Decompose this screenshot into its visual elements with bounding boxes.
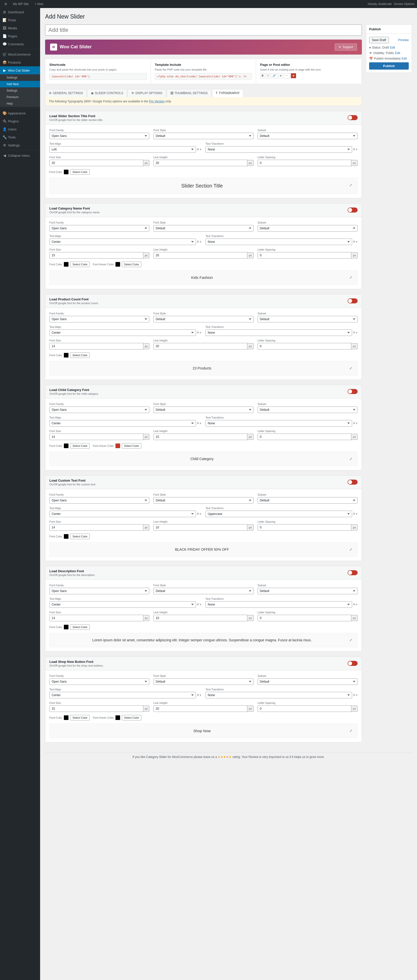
toggle-category[interactable] bbox=[348, 207, 358, 213]
pc-subset-select[interactable]: Default bbox=[257, 316, 358, 322]
sidebar-item-woo-cat-slider[interactable]: ▶Woo Cat Slider Settings Add New Setting… bbox=[0, 66, 40, 107]
sidebar-item-woocommerce[interactable]: 🛒WooCommerce bbox=[0, 50, 40, 58]
desc-font-color-swatch[interactable] bbox=[64, 625, 69, 630]
cc-font-size-input[interactable] bbox=[50, 434, 143, 440]
editor-btn-link[interactable]: 🔗 bbox=[271, 73, 277, 78]
ct-text-transform-select[interactable]: UppercaseNone bbox=[206, 511, 352, 517]
template-code[interactable]: <?php echo do_shortcode('[woocatslider i… bbox=[155, 73, 252, 80]
toggle-custom-text[interactable] bbox=[348, 480, 358, 485]
status-edit-link[interactable]: Edit bbox=[390, 46, 395, 49]
text-transform-select[interactable]: NoneUppercaseLowercase bbox=[206, 146, 352, 153]
ct-font-family-select[interactable]: Open Sans bbox=[50, 497, 149, 504]
ct-font-color-swatch[interactable] bbox=[64, 534, 69, 539]
pc-line-height-input[interactable] bbox=[153, 343, 247, 350]
sn-text-transform-select[interactable]: None bbox=[206, 692, 352, 698]
cat-letter-spacing-input[interactable] bbox=[257, 252, 351, 259]
adminbar-new[interactable]: + New bbox=[33, 0, 45, 8]
font-color-btn[interactable]: Select Color bbox=[70, 169, 90, 175]
cc-font-color-btn[interactable]: Select Color bbox=[70, 443, 90, 449]
publish-button[interactable]: Publish bbox=[369, 62, 409, 70]
toggle-description[interactable] bbox=[348, 570, 358, 575]
letter-spacing-input[interactable] bbox=[257, 160, 351, 166]
sn-font-color-swatch[interactable] bbox=[64, 715, 69, 720]
sn-letter-spacing-input[interactable] bbox=[257, 705, 351, 712]
adminbar-user[interactable]: Howdy, khalilcode bbox=[367, 2, 392, 6]
font-style-select[interactable]: DefaultRegularBold bbox=[153, 133, 253, 139]
submenu-add-new[interactable]: Add New bbox=[0, 81, 40, 88]
sidebar-item-tools[interactable]: 🔧Tools bbox=[0, 133, 40, 141]
sn-hover-color-swatch[interactable] bbox=[115, 715, 120, 720]
toggle-shop-now[interactable] bbox=[348, 661, 358, 666]
ct-font-color-btn[interactable]: Select Color bbox=[70, 534, 90, 539]
line-height-input[interactable] bbox=[153, 160, 247, 166]
sn-font-style-select[interactable]: Default bbox=[153, 678, 253, 685]
pc-font-color-swatch[interactable] bbox=[64, 353, 69, 358]
ct-font-size-input[interactable] bbox=[50, 524, 143, 531]
tab-general[interactable]: ⚙ GENERAL SETTINGS bbox=[45, 89, 87, 97]
adminbar-wp-logo[interactable]: ⊞ bbox=[3, 0, 9, 8]
cat-subset-select[interactable]: Default bbox=[257, 225, 358, 232]
subset-select[interactable]: DefaultLatin bbox=[257, 133, 358, 139]
cc-font-style-select[interactable]: Default bbox=[153, 407, 253, 413]
sidebar-item-collapse[interactable]: ◀Collapse menu bbox=[0, 151, 40, 159]
desc-font-family-select[interactable]: Open Sans bbox=[50, 588, 149, 594]
font-size-input[interactable] bbox=[50, 160, 143, 166]
cc-hover-color-swatch[interactable] bbox=[115, 443, 120, 448]
preview-button[interactable]: Preview bbox=[398, 38, 409, 42]
adminbar-screen-options[interactable]: Screen Options bbox=[394, 2, 414, 6]
sn-subset-select[interactable]: Default bbox=[257, 678, 358, 685]
desc-font-color-btn[interactable]: Select Color bbox=[70, 624, 90, 630]
editor-btn-i[interactable]: I bbox=[266, 73, 270, 78]
preview-pc-expand[interactable]: ⤢ bbox=[349, 366, 352, 370]
toggle-slider-title[interactable] bbox=[348, 115, 358, 120]
sn-font-family-select[interactable]: Open Sans bbox=[50, 678, 149, 685]
pc-font-style-select[interactable]: Default bbox=[153, 316, 253, 322]
ct-font-style-select[interactable]: Default bbox=[153, 497, 253, 504]
notice-link[interactable]: Pro Version bbox=[149, 100, 165, 103]
sn-hover-color-btn[interactable]: Select Color bbox=[122, 715, 141, 721]
sidebar-item-plugins[interactable]: 🔌Plugins bbox=[0, 117, 40, 125]
pc-text-align-select[interactable]: Center bbox=[50, 329, 196, 336]
tab-typography[interactable]: T TYPOGRAPHY bbox=[212, 89, 244, 97]
desc-letter-spacing-input[interactable] bbox=[257, 615, 351, 621]
cat-font-color-swatch[interactable] bbox=[64, 262, 69, 267]
sidebar-item-users[interactable]: 👤Users bbox=[0, 125, 40, 133]
cat-text-align-select[interactable]: CenterLeftRight bbox=[50, 239, 196, 245]
ct-letter-spacing-input[interactable] bbox=[257, 524, 351, 531]
desc-subset-select[interactable]: Default bbox=[257, 588, 358, 594]
cat-font-color-btn[interactable]: Select Color bbox=[70, 262, 90, 267]
desc-font-size-input[interactable] bbox=[50, 615, 143, 621]
toggle-product-count[interactable] bbox=[348, 298, 358, 303]
submenu-help[interactable]: Help bbox=[0, 100, 40, 107]
editor-btn-b[interactable]: B bbox=[260, 73, 265, 78]
desc-font-style-select[interactable]: Default bbox=[153, 588, 253, 594]
submenu-settings[interactable]: Settings bbox=[0, 74, 40, 81]
text-align-select[interactable]: LeftCenterRight bbox=[50, 146, 196, 153]
cat-font-size-input[interactable] bbox=[50, 252, 143, 259]
sidebar-item-settings[interactable]: ⚙Settings bbox=[0, 141, 40, 149]
sidebar-item-appearance[interactable]: 🎨Appearance bbox=[0, 109, 40, 117]
cc-text-align-select[interactable]: Center bbox=[50, 420, 196, 426]
sidebar-item-dashboard[interactable]: ⊞Dashboard bbox=[0, 8, 40, 16]
editor-btn-more[interactable]: ⋯ bbox=[284, 73, 290, 78]
sn-font-color-btn[interactable]: Select Color bbox=[70, 715, 90, 721]
sn-font-size-input[interactable] bbox=[50, 705, 143, 712]
pc-font-color-btn[interactable]: Select Color bbox=[70, 352, 90, 358]
cat-font-style-select[interactable]: Default bbox=[153, 225, 253, 232]
font-color-swatch[interactable] bbox=[64, 169, 69, 175]
save-draft-button[interactable]: Save Draft bbox=[369, 37, 389, 43]
sidebar-item-products[interactable]: 📦Products bbox=[0, 58, 40, 66]
font-family-select[interactable]: Open SansArialRoboto bbox=[50, 133, 149, 139]
pc-letter-spacing-input[interactable] bbox=[257, 343, 351, 350]
desc-text-align-select[interactable]: Center bbox=[50, 601, 196, 608]
sn-text-align-select[interactable]: Center bbox=[50, 692, 196, 698]
submenu-premium[interactable]: Premium bbox=[0, 94, 40, 100]
editor-btn-ul[interactable]: ≡ bbox=[278, 73, 283, 78]
sidebar-item-posts[interactable]: 📝Posts bbox=[0, 16, 40, 24]
preview-cc-expand[interactable]: ⤢ bbox=[349, 457, 352, 461]
cc-font-family-select[interactable]: Open Sans bbox=[50, 407, 149, 413]
sn-line-height-input[interactable] bbox=[153, 705, 247, 712]
preview-desc-expand[interactable]: ⤢ bbox=[349, 638, 352, 642]
support-button[interactable]: ✦ Support bbox=[335, 43, 357, 51]
cat-text-transform-select[interactable]: NoneUppercase bbox=[206, 239, 352, 245]
